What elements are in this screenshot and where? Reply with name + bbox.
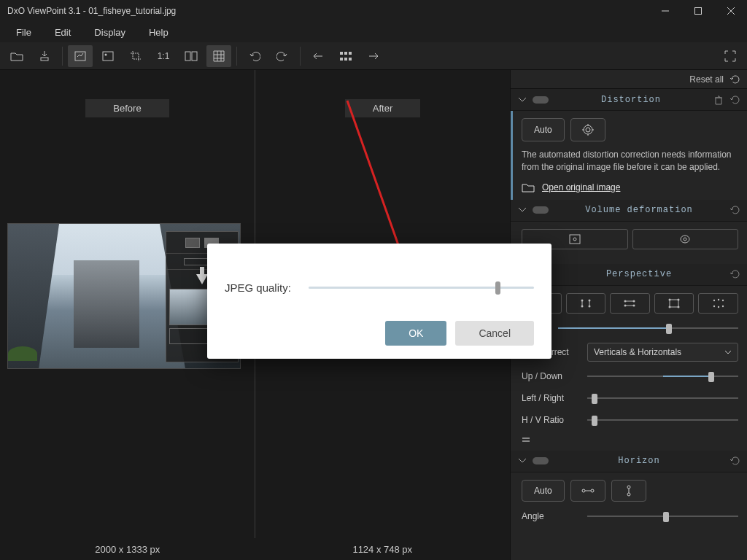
prev-icon[interactable] <box>306 45 330 67</box>
horizon-tool-h[interactable] <box>570 480 605 502</box>
svg-point-48 <box>591 489 594 492</box>
jpeg-quality-dialog: JPEG quality: OK Cancel <box>207 244 551 359</box>
distortion-toggle[interactable] <box>533 96 549 104</box>
cancel-button[interactable]: Cancel <box>455 321 534 346</box>
view-image-icon[interactable] <box>96 45 120 67</box>
zoom-actual-button[interactable]: 1:1 <box>151 45 176 67</box>
svg-point-35 <box>669 298 671 300</box>
menu-help[interactable]: Help <box>139 24 179 41</box>
redo-icon[interactable] <box>270 45 295 67</box>
collapse-icon <box>518 206 527 214</box>
ok-button[interactable]: OK <box>385 321 446 346</box>
leftright-slider[interactable] <box>587 391 738 405</box>
svg-rect-46 <box>522 440 530 442</box>
persp-mode-rect[interactable] <box>654 293 694 314</box>
svg-point-37 <box>669 306 671 308</box>
menu-file[interactable]: File <box>6 24 42 41</box>
view-single-icon[interactable] <box>68 45 93 67</box>
svg-rect-10 <box>340 52 343 55</box>
titlebar: DxO ViewPoint 3.1 - 01_fisheye_tutorial.… <box>0 0 747 22</box>
minimize-button[interactable] <box>649 0 681 22</box>
horizon-tool-v[interactable] <box>611 480 646 502</box>
updown-label: Up / Down <box>522 371 580 381</box>
jpeg-quality-slider[interactable] <box>309 280 534 295</box>
menubar: File Edit Display Help <box>0 22 747 42</box>
svg-point-39 <box>713 299 714 300</box>
reset-all-icon[interactable] <box>729 74 740 85</box>
svg-rect-4 <box>41 58 48 61</box>
auto-correct-select[interactable]: Verticals & Horizontals <box>587 343 738 362</box>
menu-edit[interactable]: Edit <box>44 24 81 41</box>
persp-mode-vert[interactable] <box>566 293 606 314</box>
volume-mode-2[interactable] <box>632 229 739 249</box>
persp-mode-8pt[interactable] <box>698 293 738 314</box>
updown-slider[interactable] <box>587 369 738 384</box>
reset-icon[interactable] <box>729 456 740 466</box>
fullscreen-icon[interactable] <box>718 45 743 67</box>
trash-icon[interactable] <box>713 95 724 105</box>
thumbnails-icon[interactable] <box>333 45 358 67</box>
svg-rect-13 <box>340 58 343 61</box>
horizon-toggle[interactable] <box>533 457 549 464</box>
horizon-title: Horizon <box>554 456 724 466</box>
svg-point-50 <box>627 486 630 489</box>
reset-all-button[interactable]: Reset all <box>689 74 724 85</box>
svg-point-38 <box>678 306 680 308</box>
before-dimensions: 2000 x 1333 px <box>0 544 255 555</box>
window-title: DxO ViewPoint 3.1 - 01_fisheye_tutorial.… <box>7 6 649 16</box>
before-image[interactable] <box>7 223 241 369</box>
leftright-label: Left / Right <box>522 393 580 403</box>
persp-mode-horiz[interactable] <box>610 293 650 314</box>
before-label: Before <box>85 99 169 117</box>
distortion-auto-button[interactable]: Auto <box>522 118 565 141</box>
toolbar: 1:1 <box>0 42 747 70</box>
open-original-link[interactable]: Open original image <box>542 182 620 192</box>
next-icon[interactable] <box>361 45 386 67</box>
maximize-button[interactable] <box>681 0 714 22</box>
svg-rect-15 <box>349 58 352 61</box>
horizon-auto-button[interactable]: Auto <box>522 480 565 502</box>
crop-icon[interactable] <box>123 45 148 67</box>
hvratio-slider[interactable] <box>587 413 738 427</box>
folder-icon <box>522 182 535 192</box>
svg-rect-12 <box>349 52 352 55</box>
reset-icon[interactable] <box>729 95 740 105</box>
svg-rect-5 <box>75 52 85 61</box>
angle-slider[interactable] <box>587 509 738 524</box>
svg-point-21 <box>684 238 686 241</box>
svg-point-36 <box>678 298 680 300</box>
svg-point-7 <box>105 53 107 55</box>
svg-rect-14 <box>344 58 347 61</box>
undo-icon[interactable] <box>242 45 267 67</box>
distortion-manual-icon[interactable] <box>570 118 605 141</box>
collapse-icon <box>518 96 527 104</box>
close-button[interactable] <box>714 0 747 22</box>
reset-icon[interactable] <box>729 205 740 215</box>
collapse-icon <box>518 456 527 465</box>
after-dimensions: 1124 x 748 px <box>255 544 511 555</box>
svg-rect-45 <box>522 438 530 439</box>
section-distortion-header[interactable]: Distortion <box>511 89 747 111</box>
svg-rect-34 <box>670 300 678 307</box>
distortion-title: Distortion <box>554 95 708 105</box>
distortion-note: The automated distortion correction need… <box>522 149 738 174</box>
section-horizon-header[interactable]: Horizon <box>511 451 747 472</box>
svg-point-20 <box>681 236 689 243</box>
reset-icon[interactable] <box>729 269 740 279</box>
volume-title: Volume deformation <box>554 205 724 215</box>
perspective-title: Perspective <box>554 269 724 279</box>
open-file-icon[interactable] <box>4 45 29 67</box>
svg-point-51 <box>627 493 630 496</box>
angle-label: Angle <box>522 511 580 521</box>
perspective-intensity-slider[interactable] <box>558 321 738 335</box>
svg-rect-1 <box>694 8 701 15</box>
expand-more-icon[interactable] <box>522 435 530 443</box>
menu-display[interactable]: Display <box>84 24 136 41</box>
section-volume-header[interactable]: Volume deformation <box>511 200 747 222</box>
compare-icon[interactable] <box>179 45 204 67</box>
svg-point-16 <box>584 125 592 134</box>
arrow-down-icon <box>196 274 208 284</box>
save-icon[interactable] <box>32 45 57 67</box>
grid-icon[interactable] <box>206 45 231 67</box>
volume-toggle[interactable] <box>533 206 549 214</box>
